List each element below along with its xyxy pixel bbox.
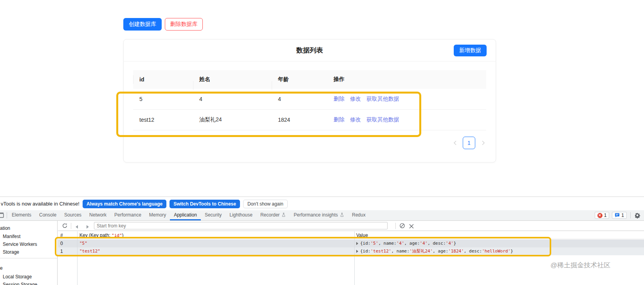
tab-performance-insights[interactable]: Performance insights xyxy=(290,210,348,220)
delete-database-button[interactable]: 删除数据库 xyxy=(165,18,203,31)
tab-network[interactable]: Network xyxy=(85,210,110,220)
tab-lighthouse[interactable]: Lighthouse xyxy=(225,210,256,220)
pagination-next-icon[interactable] xyxy=(480,137,486,149)
tab-elements[interactable]: Elements xyxy=(8,210,35,220)
infobar-message: vTools is now available in Chinese! xyxy=(1,201,79,207)
issues-count-badge[interactable]: 1 xyxy=(612,212,627,219)
create-database-button[interactable]: 创建数据库 xyxy=(123,18,162,31)
pagination: 1 xyxy=(452,137,486,149)
message-bubble-icon xyxy=(615,213,620,218)
cell-name: 油梨礼24 xyxy=(193,116,272,123)
add-data-button[interactable]: 新增数据 xyxy=(454,45,487,56)
devtools-tabbar: Elements Console Sources Network Perform… xyxy=(0,210,644,221)
delete-row-link[interactable]: 删除 xyxy=(334,116,345,123)
expand-triangle-icon[interactable] xyxy=(356,242,358,245)
sidebar-section-application[interactable]: ation xyxy=(0,225,10,232)
cell-name: 4 xyxy=(193,96,272,102)
next-page-icon[interactable] xyxy=(86,224,89,231)
delete-row-link[interactable]: 删除 xyxy=(334,96,345,102)
settings-gear-icon[interactable] xyxy=(634,212,640,218)
refresh-icon[interactable] xyxy=(62,223,68,230)
sidebar-item-service-workers[interactable]: Service Workers xyxy=(3,241,37,248)
table-row: 5 4 4 删除 修改 获取其他数据 xyxy=(133,89,486,110)
datastore-toolbar xyxy=(58,221,644,231)
data-list-card: 数据列表 新增数据 id 姓名 年龄 操作 5 4 4 删除 修改 获取其他数据… xyxy=(123,39,496,162)
datagrid-header: # Key (Key path: "id") Value xyxy=(58,231,644,239)
error-count-badge[interactable]: ✕ 1 xyxy=(595,212,610,219)
devtools-panel: vTools is now available in Chinese! Alwa… xyxy=(0,197,644,285)
col-header-key: Key (Key path: "id") xyxy=(79,231,124,239)
start-from-key-input[interactable] xyxy=(94,222,388,229)
tab-performance[interactable]: Performance xyxy=(110,210,145,220)
application-panel: ation Manifest Service Workers Storage e… xyxy=(0,221,644,285)
sidebar-item-storage[interactable]: Storage xyxy=(3,249,19,256)
tab-application[interactable]: Application xyxy=(170,210,201,220)
error-icon: ✕ xyxy=(597,213,603,218)
device-toolbar-icon[interactable] xyxy=(0,210,6,220)
tab-recorder[interactable]: Recorder xyxy=(256,210,290,220)
tab-sources[interactable]: Sources xyxy=(60,210,85,220)
sidebar-section-storage[interactable]: e xyxy=(0,265,3,272)
tab-console[interactable]: Console xyxy=(35,210,60,220)
divider xyxy=(630,212,631,218)
col-header-index: # xyxy=(60,231,63,239)
devtools-infobar: vTools is now available in Chinese! Alwa… xyxy=(0,197,644,210)
column-divider[interactable] xyxy=(354,231,355,285)
pagination-prev-icon[interactable] xyxy=(452,137,458,149)
edit-row-link[interactable]: 修改 xyxy=(350,96,361,102)
get-other-data-link[interactable]: 获取其他数据 xyxy=(366,116,399,123)
sidebar-item-local-storage[interactable]: Local Storage xyxy=(3,273,32,280)
previous-page-icon[interactable] xyxy=(75,224,78,231)
experiment-flask-icon xyxy=(340,213,344,217)
expand-triangle-icon[interactable] xyxy=(356,250,358,253)
experiment-flask-icon xyxy=(281,213,286,217)
switch-devtools-chinese-button[interactable]: Switch DevTools to Chinese xyxy=(170,200,240,208)
column-divider[interactable] xyxy=(77,231,78,285)
indexeddb-datastore-view: # Key (Key path: "id") Value 0 "5" {id: … xyxy=(58,221,644,285)
pagination-page-1[interactable]: 1 xyxy=(463,137,475,149)
cell-id: 5 xyxy=(133,96,193,102)
table-row: test12 油梨礼24 1824 删除 修改 获取其他数据 xyxy=(133,110,486,130)
delete-selected-icon[interactable] xyxy=(409,223,414,230)
table-header-row: id 姓名 年龄 操作 xyxy=(133,70,486,89)
sidebar-separator xyxy=(0,258,57,258)
datagrid-row[interactable]: 0 "5" {id: '5', name: '4', age: '4', des… xyxy=(58,240,644,247)
edit-row-link[interactable]: 修改 xyxy=(350,116,361,123)
card-title: 数据列表 xyxy=(124,40,496,61)
always-match-language-button[interactable]: Always match Chrome's language xyxy=(83,200,166,208)
watermark: @稀土掘金技术社区 xyxy=(550,261,610,270)
col-header-id: id xyxy=(133,76,193,83)
col-header-name: 姓名 xyxy=(193,76,272,83)
divider xyxy=(7,212,7,218)
col-header-age: 年龄 xyxy=(272,76,327,83)
application-sidebar: ation Manifest Service Workers Storage e… xyxy=(0,221,58,285)
tab-redux[interactable]: Redux xyxy=(348,210,370,220)
data-table: id 姓名 年龄 操作 5 4 4 删除 修改 获取其他数据 test12 油梨… xyxy=(133,70,486,130)
card-header: 数据列表 新增数据 xyxy=(124,40,496,61)
dont-show-again-button[interactable]: Don't show again xyxy=(243,200,288,208)
get-other-data-link[interactable]: 获取其他数据 xyxy=(366,96,399,102)
divider xyxy=(71,223,71,229)
cell-age: 1824 xyxy=(272,117,327,123)
datagrid-row[interactable]: 1 "test12" {id: 'test12', name: '油梨礼24',… xyxy=(58,247,644,255)
sidebar-item-manifest[interactable]: Manifest xyxy=(3,233,20,240)
tab-memory[interactable]: Memory xyxy=(145,210,170,220)
col-header-value: Value xyxy=(356,231,368,239)
sidebar-item-session-storage[interactable]: Session Storage xyxy=(3,281,37,285)
clear-object-store-icon[interactable] xyxy=(399,223,405,230)
col-header-ops: 操作 xyxy=(327,76,486,83)
cell-id: test12 xyxy=(133,117,193,123)
tab-security[interactable]: Security xyxy=(201,210,225,220)
divider xyxy=(395,223,396,229)
cell-age: 4 xyxy=(272,96,327,102)
